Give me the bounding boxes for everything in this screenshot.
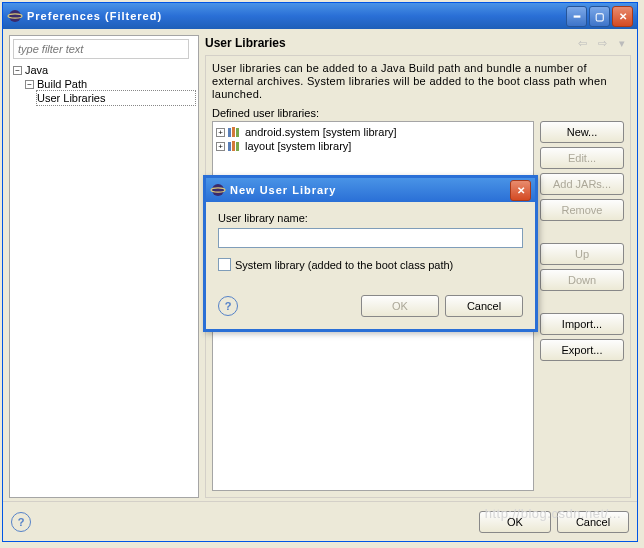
svg-rect-6: [232, 141, 235, 151]
tree-label: Build Path: [37, 78, 87, 90]
tree-label: Java: [25, 64, 48, 76]
cancel-button[interactable]: Cancel: [557, 511, 629, 533]
svg-rect-3: [232, 127, 235, 137]
checkbox-icon[interactable]: [218, 258, 231, 271]
add-jars-button: Add JARs...: [540, 173, 624, 195]
expand-icon[interactable]: +: [216, 142, 225, 151]
svg-point-8: [212, 184, 224, 196]
export-button[interactable]: Export...: [540, 339, 624, 361]
svg-rect-4: [236, 128, 239, 137]
defined-label: Defined user libraries:: [212, 107, 624, 119]
new-button[interactable]: New...: [540, 121, 624, 143]
maximize-button[interactable]: ▢: [589, 6, 610, 27]
collapse-icon[interactable]: −: [25, 80, 34, 89]
window-title: Preferences (Filtered): [27, 10, 564, 22]
description-text: User libraries can be added to a Java Bu…: [212, 62, 624, 101]
tree-node-java[interactable]: − Java: [13, 63, 195, 77]
library-icon: [228, 127, 242, 138]
nav-arrows: ⇦ ⇨ ▾: [573, 35, 631, 51]
content-header: User Libraries ⇦ ⇨ ▾: [205, 35, 631, 51]
help-icon[interactable]: ?: [11, 512, 31, 532]
import-button[interactable]: Import...: [540, 313, 624, 335]
help-icon[interactable]: ?: [218, 296, 238, 316]
eclipse-icon: [210, 182, 226, 198]
dialog-body: User library name: System library (added…: [206, 202, 535, 329]
tree-node-user-libraries[interactable]: User Libraries: [37, 91, 195, 105]
sidebar: − Java − Build Path User Libraries: [9, 35, 199, 498]
forward-icon[interactable]: ⇨: [593, 35, 611, 51]
remove-button: Remove: [540, 199, 624, 221]
dialog-close-button[interactable]: ✕: [510, 180, 531, 201]
edit-button: Edit...: [540, 147, 624, 169]
system-library-check[interactable]: System library (added to the boot class …: [218, 258, 523, 271]
filter-input[interactable]: [13, 39, 189, 59]
preferences-window: Preferences (Filtered) ━ ▢ ✕ − Java − Bu…: [2, 2, 638, 542]
checkbox-label: System library (added to the boot class …: [235, 259, 453, 271]
page-title: User Libraries: [205, 36, 286, 50]
list-item-label: android.system [system library]: [245, 126, 397, 138]
dialog-cancel-button[interactable]: Cancel: [445, 295, 523, 317]
svg-rect-7: [236, 142, 239, 151]
svg-point-0: [9, 10, 21, 22]
library-name-input[interactable]: [218, 228, 523, 248]
dialog-ok-button: OK: [361, 295, 439, 317]
collapse-icon[interactable]: −: [13, 66, 22, 75]
svg-rect-2: [228, 128, 231, 137]
back-icon[interactable]: ⇦: [573, 35, 591, 51]
svg-rect-5: [228, 142, 231, 151]
tree-node-build-path[interactable]: − Build Path: [25, 77, 195, 91]
list-item-label: layout [system library]: [245, 140, 351, 152]
side-buttons: New... Edit... Add JARs... Remove Up Dow…: [540, 121, 624, 491]
dialog-title: New User Library: [230, 184, 508, 196]
up-button: Up: [540, 243, 624, 265]
down-button: Down: [540, 269, 624, 291]
list-item[interactable]: + layout [system library]: [216, 139, 530, 153]
name-label: User library name:: [218, 212, 523, 224]
eclipse-icon: [7, 8, 23, 24]
footer: ? OK Cancel: [3, 501, 637, 541]
dialog-footer: ? OK Cancel: [218, 295, 523, 317]
list-item[interactable]: + android.system [system library]: [216, 125, 530, 139]
close-button[interactable]: ✕: [612, 6, 633, 27]
dropdown-icon[interactable]: ▾: [613, 35, 631, 51]
tree-label: User Libraries: [37, 92, 105, 104]
minimize-button[interactable]: ━: [566, 6, 587, 27]
dialog-titlebar[interactable]: New User Library ✕: [206, 178, 535, 202]
ok-button[interactable]: OK: [479, 511, 551, 533]
expand-icon[interactable]: +: [216, 128, 225, 137]
library-icon: [228, 141, 242, 152]
main-titlebar[interactable]: Preferences (Filtered) ━ ▢ ✕: [3, 3, 637, 29]
new-user-library-dialog: New User Library ✕ User library name: Sy…: [203, 175, 538, 332]
